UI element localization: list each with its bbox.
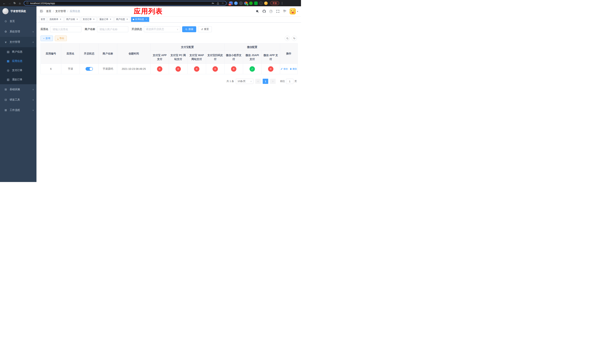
status-label: 开启状态 [132,28,142,31]
app-name-label: 应用名 [41,28,48,31]
sidebar-item-payment[interactable]: ¥ 支付管理 ∧ [0,37,36,47]
help-icon[interactable]: ? [269,9,273,13]
app-logo: 芋道管理系统 [0,6,36,16]
sidebar-item-label: 系统管理 [10,30,20,33]
sidebar-item-label: 基础设施 [10,88,20,91]
search-button-label: 搜索 [188,28,193,31]
tab-merchant-info[interactable]: 商户信息 × [114,17,130,22]
delete-button[interactable]: 删除 [290,67,297,71]
extension-icon-colorwheel[interactable]: 1 [244,1,248,5]
extension-badge: 1 [246,3,249,6]
sidebar-item-system[interactable]: ⚙ 系统管理 ∨ [0,26,36,37]
fullscreen-icon[interactable] [276,9,280,13]
font-size-icon[interactable]: TT [283,9,287,13]
goto-page-input[interactable] [286,79,293,84]
close-icon[interactable]: × [93,18,95,21]
sidebar-toggle-icon[interactable] [39,9,43,13]
profile-avatar-icon[interactable] [264,1,268,5]
extension-icon-dark[interactable] [239,1,243,5]
tab-pay-orders[interactable]: 支付订单 × [81,17,97,22]
col-alipay-qr: 支付宝扫码支付 [206,51,225,64]
password-key-icon[interactable] [212,2,214,5]
search-button[interactable]: 搜索 [182,26,196,32]
sidebar-item-merchant-info[interactable]: ▤ 商户信息 [0,47,36,56]
tab-app-info[interactable]: 应用信息 × [131,17,149,22]
page-size-select[interactable]: 10条/页 ∨ [236,79,253,84]
alipay-app-status-icon: ✕ [157,66,162,72]
extension-icon-grid[interactable]: 10 [229,1,233,5]
tab-label: 应用信息 [135,18,144,21]
share-icon[interactable] [216,2,219,5]
edit-button[interactable]: 修改 [281,67,288,71]
breadcrumb-item[interactable]: 首页 [46,10,51,13]
sidebar-item-dev-tools[interactable]: ⊟ 研发工具 ∨ [0,95,36,105]
search-icon[interactable] [255,9,259,13]
prev-page-button[interactable]: ‹ [255,79,261,84]
app-name-input[interactable] [50,26,81,32]
close-icon[interactable]: × [145,18,148,21]
sidebar-item-home[interactable]: ⊙ 首页 [0,16,36,26]
extension-icon-notes[interactable] [254,1,258,5]
sidebar-item-label: 研发工具 [10,98,20,101]
page-number-1[interactable]: 1 [263,79,268,84]
user-menu-caret-icon[interactable]: ▾ [297,10,298,12]
breadcrumb-item-current: 应用信息 [70,10,80,13]
bookmark-star-icon[interactable]: ☆ [222,1,224,5]
add-button[interactable]: + 新增 [41,36,53,41]
url-bar[interactable]: ⓘ localhost:1024/pay/app ☆ [24,1,226,6]
status-toggle[interactable] [86,67,93,71]
toggle-search-button[interactable] [285,36,290,41]
col-app-id: 应用编号 [41,43,61,64]
user-avatar[interactable] [290,8,296,14]
close-icon[interactable]: × [109,18,112,21]
close-icon[interactable]: × [126,18,129,21]
wechat-app-status-icon: ✕ [268,66,273,72]
table-toolbar: + 新增 ↓ 导出 ↻ [41,36,297,41]
col-actions: 操作 [280,43,298,64]
home-icon[interactable]: ⌂ [17,1,22,6]
pagination: 共 1 条 10条/页 ∨ ‹ 1 › 前往 页 [41,79,297,84]
page-content: 应用名 商户名称 开启状态 请选择开启状态 ∨ 搜索 ↺ 重置 [36,22,301,182]
github-icon[interactable] [262,9,266,13]
cell-status [80,64,99,74]
merchant-name-input[interactable] [97,26,128,32]
status-select[interactable]: 请选择开启状态 ∨ [144,26,180,32]
page-size-value: 10条/页 [237,80,246,83]
tab-user-group[interactable]: 用户分组 × [64,17,80,22]
close-icon[interactable]: × [59,18,62,21]
download-icon: ↓ [57,37,59,40]
sidebar-item-infrastructure[interactable]: ⊞ 基础设施 ∨ [0,84,36,95]
site-info-icon[interactable]: ⓘ [26,1,29,5]
reload-icon[interactable]: ↻ [12,1,17,6]
workflow-icon: ⊠ [4,108,8,112]
tab-process-form[interactable]: 流程表单 × [48,17,64,22]
cell-merchant: 芋道源码 [99,64,117,74]
refresh-icon: ↻ [293,37,295,40]
export-button[interactable]: ↓ 导出 [55,36,67,41]
sidebar-item-workflow[interactable]: ⊠ 工作流程 ∨ [0,105,36,115]
forward-icon[interactable]: → [7,1,12,6]
extension-icon-wechat[interactable] [249,1,253,5]
filter-form: 应用名 商户名称 开启状态 请选择开启状态 ∨ 搜索 ↺ 重置 [41,26,297,32]
extension-icon-puzzle[interactable] [259,1,263,5]
browser-update-button[interactable]: 更新 [270,1,279,5]
tab-home[interactable]: 首页 [39,17,47,22]
app-table: 应用编号 应用名 开启状态 商户名称 创建时间 支付宝配置 微信配置 操作 支付… [41,43,298,74]
next-page-button[interactable]: › [270,79,276,84]
breadcrumb-item[interactable]: 支付管理 [55,10,66,13]
back-icon[interactable]: ← [2,1,7,6]
reset-button[interactable]: ↺ 重置 [198,26,212,32]
chevron-down-icon: ∨ [32,88,34,91]
cell-created: 2021-10-23 08:49:25 [117,64,150,74]
breadcrumb: 首页 / 支付管理 / 应用信息 [46,10,80,13]
refresh-table-button[interactable]: ↻ [292,36,297,41]
grid-icon: ▦ [6,59,10,63]
sidebar-item-app-info[interactable]: ▦ 应用信息 [0,56,36,66]
col-created: 创建时间 [117,43,150,64]
tab-refund-orders[interactable]: 退款订单 × [98,17,113,22]
sidebar-item-pay-orders[interactable]: ◎ 支付订单 [0,66,36,75]
sidebar-item-refund-orders[interactable]: ▥ 退款订单 [0,75,36,84]
close-icon[interactable]: × [76,18,78,21]
extension-icon-drop[interactable] [234,1,238,5]
browser-menu-icon[interactable]: ⋮ [281,1,284,5]
